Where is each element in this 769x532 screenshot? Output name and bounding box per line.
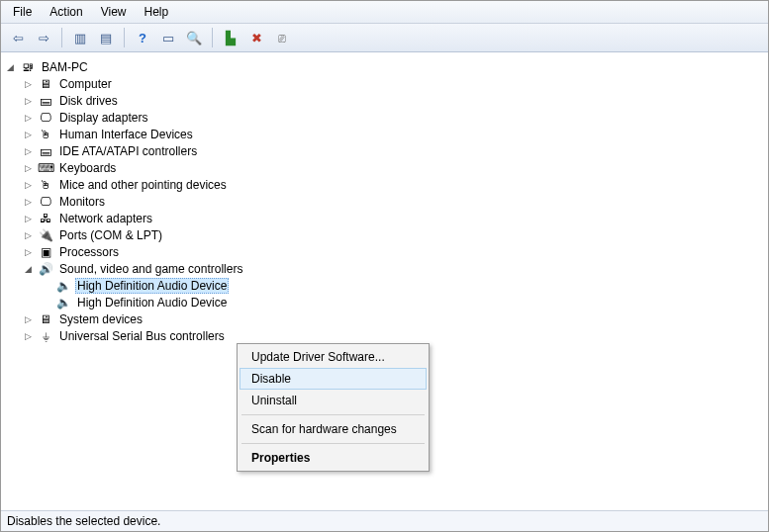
ctx-scan[interactable]: Scan for hardware changes	[240, 418, 427, 440]
expand-icon[interactable]: ▷	[23, 179, 34, 190]
speaker-icon: 🔈	[55, 295, 71, 310]
node-display-adapters[interactable]: ▷🖵Display adapters	[21, 109, 766, 126]
forward-button[interactable]: ⇨	[33, 27, 54, 48]
usb-icon: ⏚	[38, 328, 53, 344]
cpu-icon: ▣	[38, 244, 53, 260]
node-hid[interactable]: ▷🖱Human Interface Devices	[21, 126, 766, 142]
spacer	[41, 280, 51, 291]
expand-icon[interactable]: ▷	[23, 78, 34, 89]
expand-icon[interactable]: ▷	[23, 330, 34, 341]
label[interactable]: Computer	[57, 77, 114, 91]
back-button[interactable]: ⇦	[7, 27, 29, 48]
label[interactable]: High Definition Audio Device	[75, 278, 229, 294]
window-icon: ▭	[162, 31, 174, 45]
menu-action[interactable]: Action	[42, 3, 90, 21]
tree-root[interactable]: ◢ 🖳 BAM-PC ▷🖥Computer ▷🖴Disk drives ▷🖵Di…	[3, 58, 766, 344]
node-mice[interactable]: ▷🖱Mice and other pointing devices	[21, 176, 766, 193]
update-icon: ▙	[226, 31, 236, 45]
uninstall-button[interactable]: ⎚	[271, 27, 293, 48]
sheet-icon: ▤	[100, 31, 112, 45]
label[interactable]: Processors	[57, 245, 121, 259]
node-monitors[interactable]: ▷🖵Monitors	[21, 193, 766, 210]
disable-icon: ✖	[251, 31, 262, 45]
ctx-properties[interactable]: Properties	[240, 447, 427, 469]
display-icon: 🖵	[38, 110, 53, 126]
expand-icon[interactable]: ▷	[23, 145, 34, 156]
label[interactable]: Display adapters	[57, 111, 149, 125]
collapse-icon[interactable]: ◢	[23, 263, 34, 274]
node-sound-child-1[interactable]: 🔈High Definition Audio Device	[39, 277, 766, 294]
device-tree[interactable]: ◢ 🖳 BAM-PC ▷🖥Computer ▷🖴Disk drives ▷🖵Di…	[1, 52, 768, 510]
ctx-update-driver[interactable]: Update Driver Software...	[240, 346, 427, 368]
pane-icon: ▥	[74, 31, 86, 45]
ctx-uninstall[interactable]: Uninstall	[240, 390, 427, 411]
label[interactable]: Mice and other pointing devices	[57, 178, 229, 192]
expand-icon[interactable]: ▷	[23, 229, 34, 240]
root-label[interactable]: BAM-PC	[40, 60, 90, 74]
mouse-icon: 🖱	[38, 177, 53, 193]
context-menu: Update Driver Software... Disable Uninst…	[237, 343, 430, 472]
label[interactable]: Monitors	[57, 195, 107, 209]
node-ports[interactable]: ▷🔌Ports (COM & LPT)	[21, 226, 766, 243]
spacer	[41, 297, 51, 308]
ctx-separator	[241, 443, 425, 444]
node-sound[interactable]: ◢🔊Sound, video and game controllers 🔈Hig…	[21, 260, 766, 310]
label[interactable]: High Definition Audio Device	[75, 296, 229, 310]
label[interactable]: System devices	[57, 312, 144, 326]
pc-icon: 🖥	[38, 76, 53, 92]
label[interactable]: Human Interface Devices	[57, 128, 195, 141]
expand-icon[interactable]: ▷	[23, 196, 34, 207]
network-icon: 🖧	[38, 211, 53, 226]
node-sound-child-2[interactable]: 🔈High Definition Audio Device	[39, 294, 766, 310]
node-keyboards[interactable]: ▷⌨Keyboards	[21, 159, 766, 176]
ctx-separator	[241, 414, 425, 415]
expand-icon[interactable]: ▷	[23, 112, 34, 123]
expand-icon[interactable]: ▷	[23, 213, 34, 223]
expand-icon[interactable]: ▷	[23, 246, 34, 257]
separator	[212, 28, 213, 47]
toolbar: ⇦ ⇨ ▥ ▤ ? ▭ 🔍 ▙ ✖ ⎚	[1, 24, 768, 52]
properties-button[interactable]: ▤	[95, 27, 117, 48]
expand-icon[interactable]: ▷	[23, 313, 34, 324]
update-driver-button[interactable]: ▙	[220, 27, 241, 48]
label[interactable]: Network adapters	[57, 212, 154, 225]
node-system-devices[interactable]: ▷🖥System devices	[21, 310, 766, 327]
show-hide-tree-button[interactable]: ▥	[69, 27, 91, 48]
expand-icon[interactable]: ▷	[23, 129, 34, 139]
expand-icon[interactable]: ▷	[23, 162, 34, 173]
node-disk-drives[interactable]: ▷🖴Disk drives	[21, 92, 766, 109]
label[interactable]: IDE ATA/ATAPI controllers	[57, 144, 199, 158]
hid-icon: 🖱	[38, 127, 53, 142]
expand-icon[interactable]: ▷	[23, 95, 34, 106]
keyboard-icon: ⌨	[38, 160, 53, 176]
disable-button[interactable]: ✖	[245, 27, 267, 48]
label[interactable]: Keyboards	[57, 161, 118, 175]
ctx-disable[interactable]: Disable	[240, 368, 427, 390]
node-computer[interactable]: ▷🖥Computer	[21, 75, 766, 92]
status-bar: Disables the selected device.	[1, 510, 768, 531]
collapse-icon[interactable]: ◢	[5, 61, 16, 72]
label[interactable]: Disk drives	[57, 94, 120, 108]
menu-file[interactable]: File	[5, 3, 40, 21]
computer-icon: 🖳	[20, 59, 36, 75]
arrow-right-icon: ⇨	[39, 31, 49, 45]
menu-help[interactable]: Help	[137, 3, 177, 21]
separator	[124, 28, 125, 47]
help-button[interactable]: ?	[132, 27, 153, 48]
monitor-icon: 🖵	[38, 194, 53, 210]
node-usb[interactable]: ▷⏚Universal Serial Bus controllers	[21, 327, 766, 344]
label[interactable]: Universal Serial Bus controllers	[57, 329, 227, 343]
node-network[interactable]: ▷🖧Network adapters	[21, 210, 766, 226]
speaker-icon: 🔈	[55, 278, 71, 294]
menubar: File Action View Help	[1, 1, 768, 24]
node-processors[interactable]: ▷▣Processors	[21, 243, 766, 260]
sound-icon: 🔊	[38, 261, 53, 277]
menu-view[interactable]: View	[93, 3, 135, 21]
system-icon: 🖥	[38, 311, 53, 327]
scan-button[interactable]: 🔍	[183, 27, 205, 48]
disk-icon: 🖴	[38, 93, 53, 109]
node-ide[interactable]: ▷🖴IDE ATA/ATAPI controllers	[21, 142, 766, 159]
label[interactable]: Ports (COM & LPT)	[57, 228, 164, 242]
action-button[interactable]: ▭	[157, 27, 179, 48]
label[interactable]: Sound, video and game controllers	[57, 262, 244, 276]
